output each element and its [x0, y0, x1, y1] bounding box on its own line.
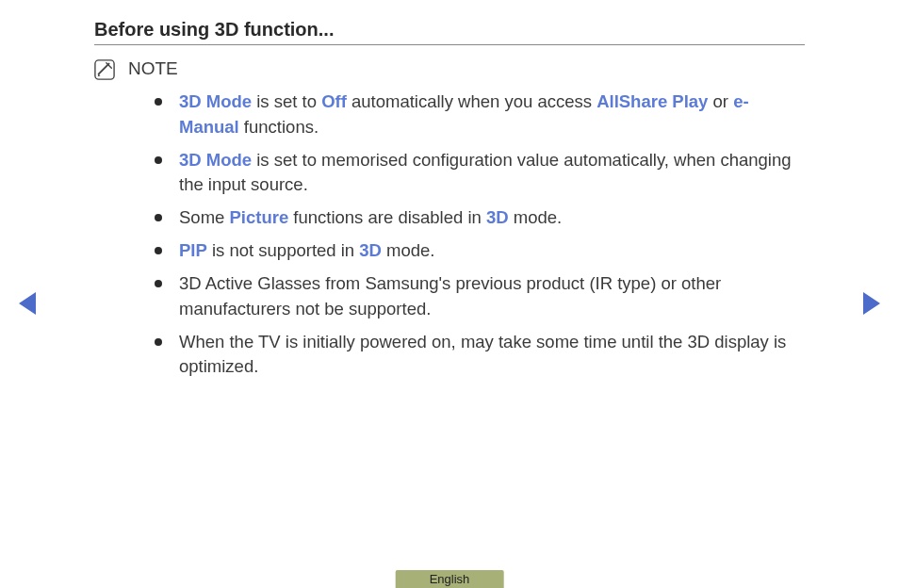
text: Some	[179, 207, 229, 227]
text: When the TV is initially powered on, may…	[179, 332, 786, 377]
highlight-term: 3D Mode	[179, 91, 252, 111]
note-item: Some Picture functions are disabled in 3…	[155, 205, 805, 231]
language-tab[interactable]: English	[396, 570, 504, 588]
note-icon	[94, 59, 115, 80]
highlight-term: 3D	[359, 240, 382, 260]
note-item: When the TV is initially powered on, may…	[155, 330, 805, 381]
highlight-term: Off	[321, 91, 347, 111]
text: mode.	[509, 207, 563, 227]
page-heading: Before using 3D function...	[94, 19, 805, 45]
note-list: 3D Mode is set to Off automatically when…	[94, 90, 805, 380]
text: is not supported in	[207, 240, 359, 260]
next-page-arrow[interactable]	[863, 292, 880, 315]
text: mode.	[382, 240, 435, 260]
text: 3D Active Glasses from Samsung's previou…	[179, 273, 721, 318]
highlight-term: 3D	[486, 207, 509, 227]
text: functions.	[239, 117, 319, 137]
note-label: NOTE	[128, 58, 178, 79]
highlight-term: PIP	[179, 240, 207, 260]
highlight-term: Picture	[229, 207, 288, 227]
text: functions are disabled in	[288, 207, 486, 227]
note-item: 3D Active Glasses from Samsung's previou…	[155, 271, 805, 322]
highlight-term: 3D Mode	[179, 150, 252, 170]
note-item: PIP is not supported in 3D mode.	[155, 238, 805, 264]
text: is set to memorised configuration value …	[179, 150, 792, 195]
note-item: 3D Mode is set to Off automatically when…	[155, 90, 805, 140]
text: is set to	[252, 91, 321, 111]
note-item: 3D Mode is set to memorised configuratio…	[155, 148, 805, 199]
text: or	[708, 91, 733, 111]
text: automatically when you access	[347, 91, 597, 111]
highlight-term: AllShare Play	[597, 91, 708, 111]
prev-page-arrow[interactable]	[19, 292, 36, 315]
